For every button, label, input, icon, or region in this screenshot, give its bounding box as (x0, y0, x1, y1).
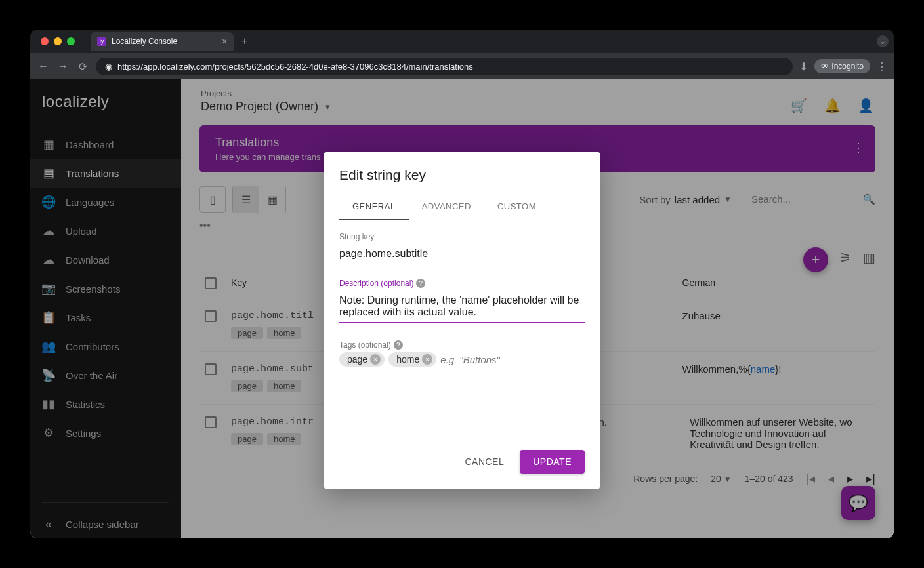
browser-address-bar: ← → ⟳ ◉ https://app.localizely.com/proje… (30, 53, 894, 79)
update-button[interactable]: UPDATE (520, 450, 585, 474)
help-icon[interactable]: ? (416, 279, 425, 288)
string-key-label: String key (339, 232, 585, 241)
remove-tag-icon[interactable]: × (370, 354, 381, 365)
edit-string-key-dialog: Edit string key GENERAL ADVANCED CUSTOM … (324, 152, 600, 489)
window-close-icon[interactable] (41, 37, 49, 45)
tags-input[interactable] (440, 354, 585, 365)
tag-chip: home× (388, 352, 436, 367)
modal-overlay[interactable]: Edit string key GENERAL ADVANCED CUSTOM … (30, 79, 894, 538)
new-tab-button[interactable]: + (242, 35, 247, 47)
description-label: Description (optional) ? (339, 279, 585, 288)
site-info-icon[interactable]: ◉ (105, 62, 112, 71)
tag-chip: page× (339, 352, 385, 367)
tab-custom[interactable]: CUSTOM (484, 193, 549, 220)
favicon-icon: ly (97, 37, 106, 46)
incognito-badge: 👁 Incognito (814, 59, 870, 73)
description-input[interactable]: Note: During runtime, the 'name' placeho… (339, 291, 585, 323)
browser-tab-strip: ly Localizely Console × + ⌄ (30, 30, 894, 53)
reload-icon[interactable]: ⟳ (76, 60, 89, 73)
remove-tag-icon[interactable]: × (422, 354, 432, 365)
window-maximize-icon[interactable] (67, 37, 75, 45)
help-icon[interactable]: ? (394, 340, 403, 350)
url-input[interactable]: ◉ https://app.localizely.com/projects/56… (96, 58, 793, 75)
browser-menu-icon[interactable]: ⋮ (877, 60, 887, 73)
tab-title: Localizely Console (112, 37, 177, 46)
downloads-icon[interactable]: ⬇ (799, 60, 808, 73)
back-icon[interactable]: ← (37, 60, 50, 72)
tab-general[interactable]: GENERAL (339, 193, 409, 220)
dialog-title: Edit string key (339, 167, 585, 183)
browser-tab[interactable]: ly Localizely Console × (91, 32, 234, 51)
tab-advanced[interactable]: ADVANCED (409, 193, 484, 220)
cancel-button[interactable]: CANCEL (455, 450, 513, 474)
incognito-icon: 👁 (821, 62, 829, 71)
forward-icon[interactable]: → (56, 60, 70, 72)
tab-close-icon[interactable]: × (222, 36, 227, 47)
url-text: https://app.localizely.com/projects/5625… (117, 62, 473, 71)
tags-label: Tags (optional) ? (339, 340, 585, 350)
string-key-input[interactable] (339, 244, 585, 264)
tabs-dropdown-icon[interactable]: ⌄ (877, 35, 889, 47)
window-minimize-icon[interactable] (54, 37, 62, 45)
